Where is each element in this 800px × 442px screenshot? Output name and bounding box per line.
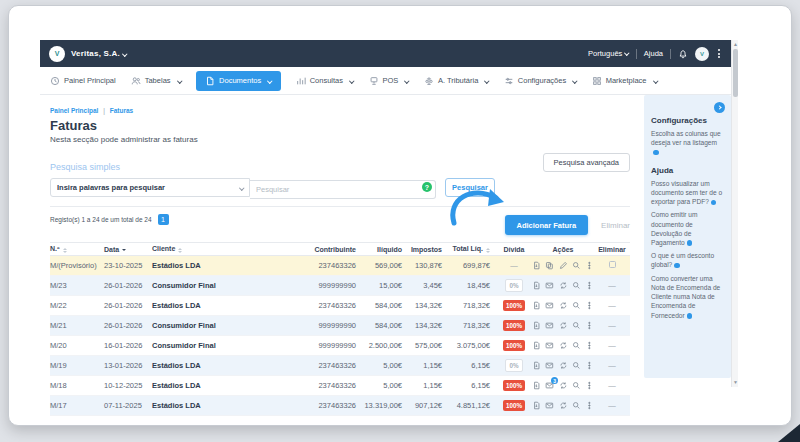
clock-icon [50, 76, 60, 86]
page-1-button[interactable]: 1 [158, 214, 169, 225]
help-link[interactable]: Ajuda [644, 49, 663, 58]
table-row[interactable]: M/19 13-01-2026 Estádios LDA 237463326 5… [50, 356, 630, 376]
email-icon[interactable] [545, 361, 554, 370]
scroll-up-icon[interactable]: ▲ [733, 42, 738, 47]
vertical-scrollbar[interactable]: ▲ ▼ [731, 40, 738, 387]
advanced-search-button[interactable]: Pesquisa avançada [543, 153, 630, 172]
company-name[interactable]: Veritas, S.A. [71, 49, 120, 58]
more-actions-icon[interactable] [585, 281, 594, 290]
email-icon[interactable] [545, 341, 554, 350]
view-magnifier-icon[interactable] [572, 261, 581, 270]
table-row[interactable]: M/23 26-01-2026 Consumidor Final 9999999… [50, 276, 630, 296]
export-pdf-icon[interactable] [532, 381, 541, 390]
avatar[interactable]: V [695, 47, 709, 61]
sync-icon[interactable] [559, 401, 568, 410]
search-button[interactable]: Pesquisar [445, 178, 495, 197]
export-pdf-icon[interactable] [532, 321, 541, 330]
more-actions-icon[interactable] [585, 261, 594, 270]
scroll-down-icon[interactable]: ▼ [733, 380, 738, 385]
info-icon [653, 150, 659, 156]
view-magnifier-icon[interactable] [572, 301, 581, 310]
chevron-down-icon [349, 78, 354, 83]
sync-icon[interactable] [559, 381, 568, 390]
menu-consultas[interactable]: Consultas [296, 76, 354, 86]
app-screenshot: V Veritas, S.A. Português Ajuda V Painel… [40, 40, 738, 387]
email-icon[interactable] [545, 301, 554, 310]
debt-badge: 0% [505, 279, 522, 292]
table-row[interactable]: M/20 16-01-2026 Consumidor Final 9999999… [50, 336, 630, 356]
table-header: N.º Data Cliente Contribuinte Ilíquido I… [50, 242, 630, 256]
delete-checkbox[interactable] [609, 261, 616, 268]
more-actions-icon[interactable] [585, 361, 594, 370]
breadcrumb-faturas[interactable]: Faturas [110, 107, 133, 114]
simple-search-label: Pesquisa simples [50, 162, 120, 172]
menu-a-tributaria[interactable]: A. Tributária [424, 76, 489, 86]
export-pdf-icon[interactable] [532, 341, 541, 350]
sidebar-help-link[interactable]: Como converter uma Nota de Encomenda de … [651, 274, 724, 320]
more-options-icon[interactable] [716, 48, 722, 59]
view-magnifier-icon[interactable] [572, 361, 581, 370]
menu-marketplace[interactable]: Marketplace [592, 76, 657, 86]
view-magnifier-icon[interactable] [572, 401, 581, 410]
export-pdf-icon[interactable] [532, 281, 541, 290]
help-tooltip-icon[interactable]: ? [422, 182, 432, 192]
table-row[interactable]: M/18 10-12-2025 Estádios LDA 237463326 5… [50, 376, 630, 396]
duplicate-icon[interactable] [545, 261, 554, 270]
more-actions-icon[interactable] [585, 381, 594, 390]
sidebar-help-link[interactable]: Posso visualizar um documento sem ter de… [651, 179, 724, 207]
table-row[interactable]: M/(Provisório) 23-10-2025 Estádios LDA 2… [50, 256, 630, 276]
bell-icon[interactable] [678, 49, 688, 59]
scrollbar-thumb[interactable] [733, 49, 738, 97]
collapse-sidebar-button[interactable] [714, 102, 725, 113]
breadcrumb-painel-principal[interactable]: Painel Principal [50, 107, 98, 114]
search-input[interactable] [250, 180, 436, 199]
info-icon [687, 240, 693, 246]
table-row[interactable]: M/17 07-11-2025 Estádios LDA 237463326 1… [50, 396, 630, 416]
sort-data[interactable]: Data [104, 246, 152, 253]
invoices-table: N.º Data Cliente Contribuinte Ilíquido I… [50, 242, 630, 416]
table-row[interactable]: M/22 26-01-2026 Estádios LDA 237463326 5… [50, 296, 630, 316]
sync-icon[interactable] [559, 321, 568, 330]
export-pdf-icon[interactable] [532, 261, 541, 270]
sort-total[interactable]: Total Líq. [448, 245, 496, 253]
breadcrumb: Painel Principal | Faturas [50, 107, 630, 114]
sidebar-help-link[interactable]: Como emitir um documento de Devolução de… [651, 210, 724, 247]
sync-icon[interactable] [559, 341, 568, 350]
search-field-select[interactable]: Insira palavras para pesquisar [50, 178, 250, 197]
delete-button[interactable]: Eliminar [601, 221, 630, 230]
more-actions-icon[interactable] [585, 401, 594, 410]
menu-documentos[interactable]: Documentos [196, 71, 281, 91]
menu-painel-principal[interactable]: Painel Principal [50, 76, 116, 86]
sliders-icon [504, 76, 514, 86]
export-pdf-icon[interactable] [532, 301, 541, 310]
more-actions-icon[interactable] [585, 321, 594, 330]
sort-num[interactable]: N.º [50, 245, 104, 253]
export-pdf-icon[interactable] [532, 401, 541, 410]
sidebar-help-link[interactable]: Escolha as colunas que deseja ver na lis… [651, 129, 724, 157]
view-magnifier-icon[interactable] [572, 281, 581, 290]
edit-pencil-icon[interactable] [559, 261, 568, 270]
table-row[interactable]: M/21 26-01-2026 Consumidor Final 9999999… [50, 316, 630, 336]
view-magnifier-icon[interactable] [572, 321, 581, 330]
email-icon[interactable] [545, 401, 554, 410]
more-actions-icon[interactable] [585, 341, 594, 350]
email-icon[interactable] [545, 321, 554, 330]
language-selector[interactable]: Português [588, 49, 629, 58]
sync-icon[interactable] [559, 301, 568, 310]
sort-cliente[interactable]: Cliente [152, 245, 298, 253]
chevron-down-icon [239, 185, 244, 190]
sync-icon[interactable] [559, 281, 568, 290]
view-magnifier-icon[interactable] [572, 381, 581, 390]
add-invoice-button[interactable]: Adicionar Fatura [505, 215, 589, 235]
view-magnifier-icon[interactable] [572, 341, 581, 350]
main-menu: Painel Principal Tabelas Documentos Cons… [40, 67, 731, 95]
menu-tabelas[interactable]: Tabelas [131, 76, 181, 86]
export-pdf-icon[interactable] [532, 361, 541, 370]
sync-icon[interactable] [559, 361, 568, 370]
email-icon[interactable] [545, 281, 554, 290]
more-actions-icon[interactable] [585, 301, 594, 310]
sidebar-help-link[interactable]: O que é um desconto global? [651, 251, 724, 269]
sidebar-section-title: Configurações [651, 116, 724, 125]
menu-configuracoes[interactable]: Configurações [504, 76, 577, 86]
menu-pos[interactable]: POS [369, 76, 409, 86]
